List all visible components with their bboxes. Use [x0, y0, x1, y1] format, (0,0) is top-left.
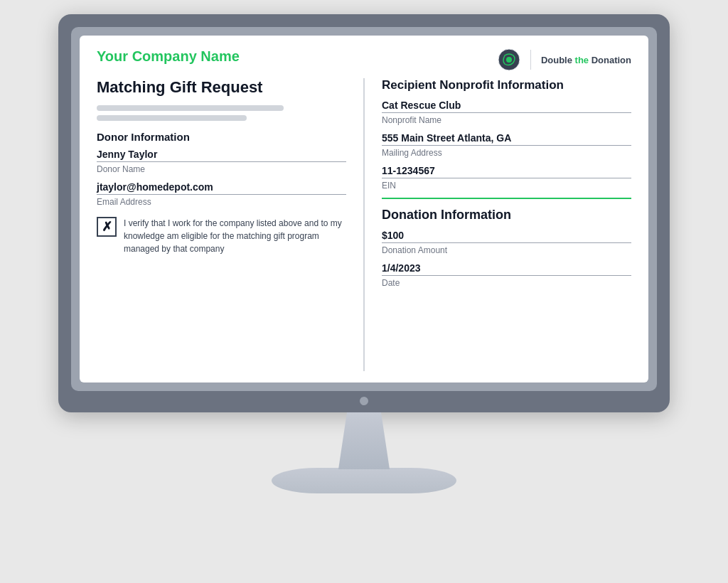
left-column: Matching Gift Request Donor Information …: [97, 78, 365, 371]
form-title: Matching Gift Request: [97, 78, 346, 97]
placeholder-bar-1: [97, 105, 284, 111]
address-label: Mailing Address: [382, 148, 631, 158]
logo-area: Double the Donation: [498, 48, 631, 71]
placeholder-bar-2: [97, 115, 247, 121]
monitor-bezel: Your Company Name Double the Donation: [71, 27, 657, 391]
address-underline: [382, 145, 631, 146]
nonprofit-underline: [382, 112, 631, 113]
svg-point-1: [506, 57, 512, 63]
section-divider: [382, 198, 631, 199]
double-donation-icon: [498, 48, 520, 71]
nonprofit-label: Nonprofit Name: [382, 115, 631, 125]
checkbox-text: I verify that I work for the company lis…: [124, 217, 346, 255]
right-column: Recipient Nonprofit Information Cat Resc…: [365, 78, 631, 371]
ein-underline: [382, 178, 631, 178]
verification-checkbox-row[interactable]: ✗ I verify that I work for the company l…: [97, 217, 346, 255]
email-label: Email Address: [97, 197, 346, 207]
screen: Your Company Name Double the Donation: [80, 36, 648, 383]
email-value: jtaylor@homedepot.com: [97, 181, 346, 193]
monitor-stand-base: [272, 468, 456, 493]
donation-amount-value: $100: [382, 230, 631, 241]
nonprofit-name-value: Cat Rescue Club: [382, 100, 631, 111]
amount-label: Donation Amount: [382, 245, 631, 255]
ein-label: EIN: [382, 181, 631, 191]
address-value: 555 Main Street Atlanta, GA: [382, 132, 631, 144]
recipient-section-title: Recipient Nonprofit Information: [382, 78, 631, 92]
donation-section-title: Donation Information: [382, 208, 631, 223]
logo-divider: [530, 50, 531, 70]
date-underline: [382, 275, 631, 276]
monitor-stand-neck: [321, 412, 407, 469]
email-underline: [97, 194, 346, 195]
logo-text: Double the Donation: [541, 55, 631, 65]
date-label: Date: [382, 278, 631, 288]
amount-underline: [382, 242, 631, 243]
donor-name-label: Donor Name: [97, 164, 346, 174]
doc-header: Your Company Name Double the Donation: [80, 36, 648, 78]
donor-name-value: Jenny Taylor: [97, 149, 346, 160]
camera-dot: [360, 397, 368, 405]
checkbox[interactable]: ✗: [97, 217, 117, 237]
doc-body: Matching Gift Request Donor Information …: [80, 78, 648, 383]
monitor: Your Company Name Double the Donation: [58, 14, 670, 412]
donor-section-title: Donor Information: [97, 131, 346, 143]
ein-value: 11-1234567: [382, 165, 631, 176]
date-value: 1/4/2023: [382, 262, 631, 274]
donor-name-underline: [97, 161, 346, 162]
company-name: Your Company Name: [97, 48, 240, 65]
